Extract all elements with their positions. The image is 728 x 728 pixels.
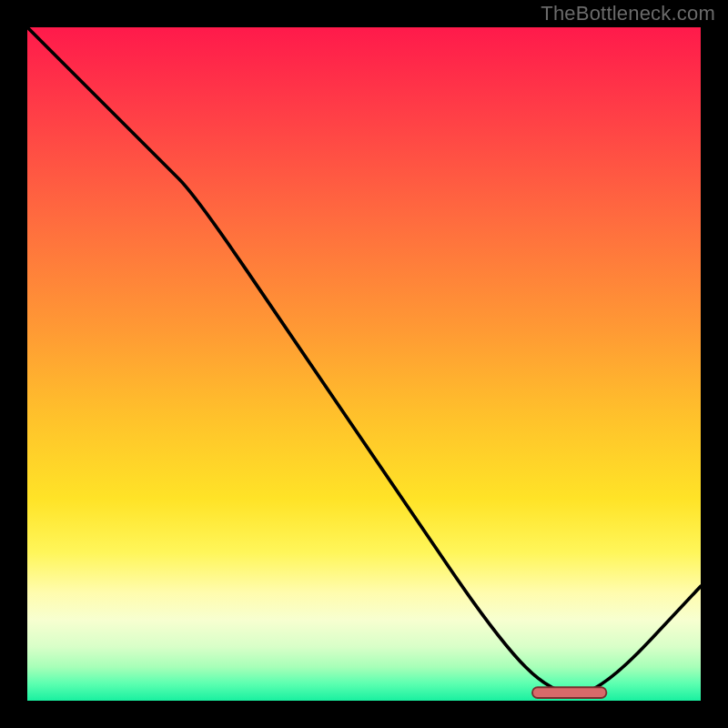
optimal-range-marker: [27, 27, 701, 701]
curve-path: [27, 27, 701, 694]
watermark-text: TheBottleneck.com: [541, 2, 715, 25]
optimal-range-rect: [532, 687, 606, 698]
bottleneck-curve: [27, 27, 701, 701]
plot-area: [27, 27, 701, 701]
chart-root: TheBottleneck.com: [0, 0, 728, 728]
